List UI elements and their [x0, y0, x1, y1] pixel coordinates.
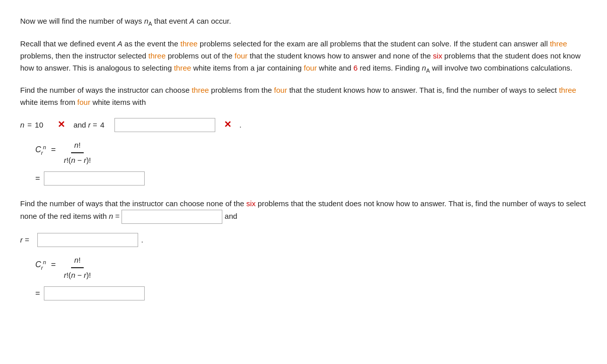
intro-line: Now we will find the number of ways nA t… [20, 15, 587, 29]
formula-1-eq: = [51, 139, 55, 156]
dot-2: . [141, 234, 143, 246]
paragraph-3: Find the number of ways that the instruc… [20, 198, 587, 224]
para2-text: Find the number of ways the instructor c… [20, 86, 576, 106]
formula-1-result-eq: = [35, 172, 40, 185]
r-input-box-2[interactable] [37, 233, 138, 247]
n-equals: = [27, 119, 32, 131]
r-input-2[interactable] [38, 233, 138, 247]
n-label: n [20, 119, 24, 131]
n-r-line: n = 10 ✕ and r = 4 ✕ . [20, 117, 587, 132]
color-four-4: four [77, 98, 90, 106]
color-four-1: four [234, 51, 248, 60]
r-value: 4 [100, 119, 104, 131]
paragraph-1: Recall that we defined event A as the ev… [20, 38, 587, 76]
r-label-2: r = [20, 234, 29, 246]
r-line-2: r = . [20, 233, 587, 247]
formula-2-result-line: = [35, 286, 587, 300]
intro-prefix: Now we will find the number of ways nA t… [20, 17, 231, 25]
formula-1-result-input-box[interactable] [44, 171, 145, 186]
color-six-1: six [433, 51, 442, 60]
color-four-2: four [304, 64, 317, 72]
formula-2-lhs: Crn [35, 254, 46, 272]
color-four-3: four [274, 86, 287, 94]
x-mark-1: ✕ [57, 117, 65, 132]
color-6: 6 [353, 64, 357, 72]
n-input-box-2[interactable] [122, 210, 222, 224]
r-input-1[interactable] [115, 118, 215, 132]
color-three-6: three [559, 86, 576, 94]
n-value: 10 [35, 119, 43, 131]
formula-2-fraction: n! r!(n − r)! [61, 254, 94, 281]
formula-2-eq: = [51, 254, 55, 271]
formula-2-block: Crn = n! r!(n − r)! [35, 254, 587, 281]
and-r-label: and r = [74, 119, 97, 131]
color-three-4: three [174, 64, 191, 72]
color-three-5: three [192, 86, 209, 94]
para1-text: Recall that we defined event A as the ev… [20, 39, 581, 72]
formula-1-numerator: n! [71, 139, 84, 153]
formula-2-result-eq: = [35, 287, 40, 300]
formula-1-result-input[interactable] [44, 172, 144, 185]
formula-2-denominator: r!(n − r)! [61, 268, 94, 281]
formula-1-lhs: Crn [35, 139, 46, 157]
color-three-3: three [148, 51, 165, 60]
color-six-2: six [247, 199, 256, 208]
n-input-2[interactable] [122, 210, 222, 223]
dot-1: . [239, 119, 241, 131]
formula-1-result-line: = [35, 171, 587, 186]
paragraph-2: Find the number of ways the instructor c… [20, 84, 587, 108]
formula-1-denominator: r!(n − r)! [61, 153, 94, 166]
x-mark-2: ✕ [224, 117, 231, 132]
r-input-box-1[interactable] [114, 118, 215, 132]
formula-2-result-input-box[interactable] [44, 286, 145, 300]
color-three-2: three [550, 39, 567, 48]
formula-1-block: Crn = n! r!(n − r)! [35, 139, 587, 166]
para3-text: Find the number of ways that the instruc… [20, 199, 586, 220]
formula-2-result-input[interactable] [44, 287, 144, 300]
formula-2-numerator: n! [71, 254, 84, 268]
color-three-1: three [180, 39, 198, 48]
formula-1-fraction: n! r!(n − r)! [61, 139, 94, 166]
